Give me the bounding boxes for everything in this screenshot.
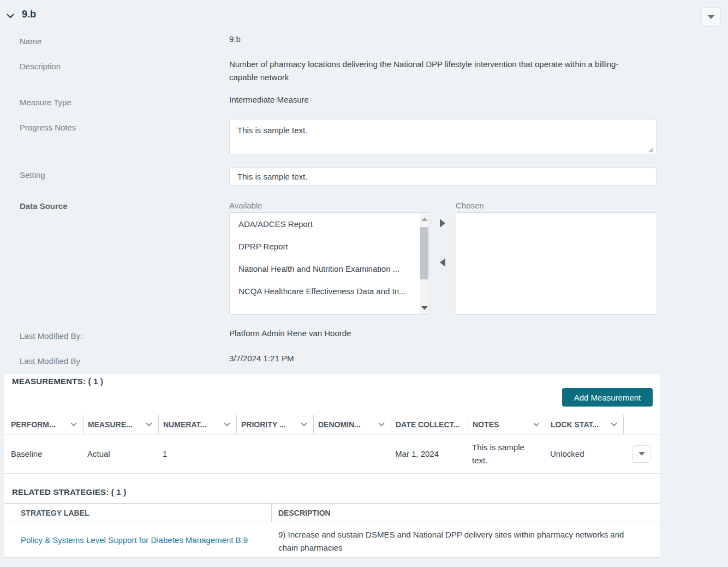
column-header-notes[interactable]: NOTES — [468, 415, 546, 434]
available-listbox[interactable]: ADA/ADCES Report DPRP Report National He… — [229, 212, 430, 315]
column-header-actions — [623, 415, 660, 434]
chevron-down-icon — [610, 422, 618, 427]
setting-label: Setting — [20, 170, 45, 180]
column-header-strategy-label: STRATEGY LABEL — [21, 509, 271, 517]
chevron-down-icon — [378, 422, 385, 427]
setting-input[interactable] — [229, 168, 657, 186]
measurements-table-header: PERFORM... MEASURE... NUMERAT... PRIORIT… — [4, 415, 660, 434]
scroll-up-icon[interactable] — [421, 217, 428, 221]
listbox-scrollbar[interactable] — [420, 213, 429, 314]
chevron-down-icon — [145, 422, 153, 427]
scroll-down-icon[interactable] — [421, 306, 428, 310]
cell-numerator: 1 — [158, 434, 236, 473]
strategy-table-row: Policy & Systems Level Support for Diabe… — [4, 522, 660, 558]
measurement-table-row: Baseline Actual 1 Mar 1, 2024 This is sa… — [4, 434, 660, 474]
description-value: Number of pharmacy locations delivering … — [229, 58, 640, 84]
available-list-item[interactable]: DPRP Report — [230, 235, 429, 258]
name-value: 9.b — [229, 34, 241, 44]
available-list-label: Available — [229, 201, 262, 210]
chosen-listbox[interactable] — [456, 212, 657, 315]
name-label: Name — [20, 37, 41, 46]
available-list-item[interactable]: National Health and Nutrition Examinatio… — [230, 258, 429, 280]
section-actions-button[interactable] — [701, 7, 721, 27]
add-measurement-button[interactable]: Add Measurement — [562, 388, 653, 407]
column-header-description: DESCRIPTION — [278, 509, 331, 517]
last-modified-date-value: 3/7/2024 1:21 PM — [229, 354, 294, 363]
data-source-label: Data Source — [20, 201, 68, 211]
cell-date-collected: Mar 1, 2024 — [391, 434, 468, 473]
collapse-section-button[interactable] — [5, 11, 16, 21]
last-modified-date-label: Last Modified By — [20, 356, 80, 366]
chevron-down-icon — [5, 11, 15, 21]
column-header-priority[interactable]: PRIORITY ... — [236, 415, 313, 434]
progress-notes-label: Progress Notes — [20, 123, 76, 132]
column-header-measure[interactable]: MEASURE... — [83, 415, 158, 434]
column-header-lock-status[interactable]: LOCK STAT... — [546, 415, 623, 434]
page-title: 9.b — [22, 9, 36, 20]
cell-measure: Actual — [83, 434, 158, 473]
last-modified-by-value: Platform Admin Rene van Hoorde — [229, 329, 351, 338]
column-header-performance[interactable]: PERFORM... — [4, 415, 83, 434]
chevron-down-icon — [533, 422, 540, 427]
scrollbar-thumb[interactable] — [420, 227, 428, 279]
move-to-available-icon[interactable] — [440, 258, 445, 267]
move-to-chosen-icon[interactable] — [440, 219, 445, 228]
measurements-panel: MEASUREMENTS: ( 1 ) Add Measurement PERF… — [4, 374, 660, 558]
chevron-down-icon — [223, 422, 231, 427]
row-actions-button[interactable] — [632, 445, 651, 463]
last-modified-by-label: Last Modified By: — [20, 331, 82, 341]
chosen-list-label: Chosen — [456, 201, 484, 210]
measurements-title: MEASUREMENTS: ( 1 ) — [12, 377, 103, 386]
cell-priority — [236, 434, 313, 473]
measure-type-label: Measure Type — [20, 98, 71, 107]
progress-notes-textarea[interactable]: This is sample text. — [229, 119, 657, 155]
cell-actions — [623, 434, 660, 473]
cell-lock-status: Unlocked — [546, 434, 623, 473]
column-header-date-collected[interactable]: DATE COLLECT... — [391, 415, 468, 434]
column-divider — [271, 503, 272, 522]
column-header-denominator[interactable]: DENOMIN... — [313, 415, 391, 434]
strategies-table-header: STRATEGY LABEL DESCRIPTION — [4, 503, 660, 522]
chevron-down-icon — [70, 422, 77, 427]
caret-down-icon — [639, 452, 645, 456]
cell-notes: This is sample text. — [468, 434, 546, 473]
strategy-description: 9) Increase and sustain DSMES and Nation… — [278, 528, 636, 554]
measure-type-value: Intermediate Measure — [229, 95, 309, 104]
description-label: Description — [20, 62, 61, 71]
related-strategies-title: RELATED STRATEGIES: ( 1 ) — [12, 487, 126, 497]
cell-performance: Baseline — [4, 434, 83, 473]
available-list-item[interactable]: NCQA Healthcare Effectiveness Data and I… — [230, 280, 429, 302]
available-list-item[interactable]: ADA/ADCES Report — [230, 213, 429, 235]
column-header-numerator[interactable]: NUMERAT... — [158, 415, 236, 434]
cell-denominator — [313, 434, 391, 473]
caret-down-icon — [707, 15, 715, 19]
chevron-down-icon — [300, 422, 308, 427]
strategy-link[interactable]: Policy & Systems Level Support for Diabe… — [21, 535, 248, 545]
